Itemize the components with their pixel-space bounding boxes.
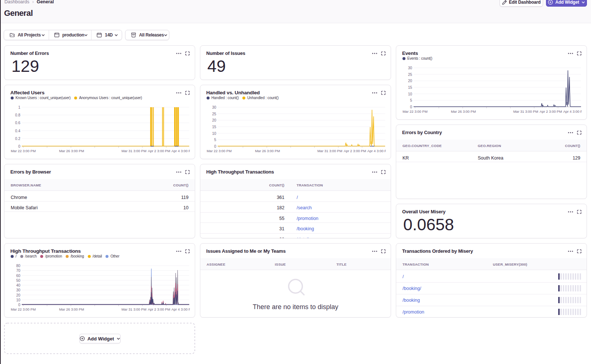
- svg-text:Mar 22 3:00 PM: Mar 22 3:00 PM: [11, 149, 36, 153]
- svg-text:Apr 4 3:00 PM: Apr 4 3:00 PM: [172, 307, 190, 311]
- svg-text:0: 0: [214, 144, 216, 148]
- svg-text:Mar 26 3:00 PM: Mar 26 3:00 PM: [451, 109, 476, 113]
- svg-text:Apr 4 3:00 PM: Apr 4 3:00 PM: [172, 149, 190, 153]
- svg-text:10: 10: [212, 132, 217, 136]
- svg-text:20: 20: [16, 293, 21, 297]
- svg-text:0: 0: [18, 144, 20, 148]
- svg-text:Apr 2 3:00 PM: Apr 2 3:00 PM: [540, 109, 562, 113]
- svg-text:60: 60: [16, 274, 21, 278]
- svg-text:30: 30: [16, 288, 21, 292]
- svg-text:25: 25: [408, 73, 412, 77]
- svg-text:0.6: 0.6: [15, 121, 20, 125]
- svg-text:Mar 26 3:00 PM: Mar 26 3:00 PM: [59, 307, 84, 311]
- svg-text:Apr 4 3:00 PM: Apr 4 3:00 PM: [563, 109, 582, 113]
- svg-text:15: 15: [212, 125, 217, 129]
- svg-text:50: 50: [16, 279, 21, 283]
- svg-text:30: 30: [408, 66, 412, 70]
- svg-text:Mar 22 3:00 PM: Mar 22 3:00 PM: [402, 109, 428, 113]
- svg-text:Mar 26 3:00 PM: Mar 26 3:00 PM: [255, 149, 280, 153]
- svg-text:0.8: 0.8: [15, 113, 20, 117]
- svg-text:Mar 26 3:00 PM: Mar 26 3:00 PM: [59, 149, 84, 153]
- svg-text:Mar 31 3:00 PM: Mar 31 3:00 PM: [121, 307, 146, 311]
- svg-text:Mar 22 3:00 PM: Mar 22 3:00 PM: [207, 149, 232, 153]
- svg-text:Apr 4 3:00 PM: Apr 4 3:00 PM: [367, 149, 386, 153]
- svg-text:5: 5: [410, 98, 412, 102]
- svg-text:30: 30: [212, 105, 217, 109]
- svg-text:70: 70: [16, 269, 21, 273]
- svg-text:Apr 2 3:00 PM: Apr 2 3:00 PM: [148, 149, 170, 153]
- svg-text:20: 20: [212, 118, 217, 122]
- svg-text:Apr 2 3:00 PM: Apr 2 3:00 PM: [344, 149, 366, 153]
- svg-text:10: 10: [16, 298, 21, 302]
- svg-text:10: 10: [408, 92, 412, 96]
- svg-text:0: 0: [410, 105, 412, 109]
- svg-text:0.4: 0.4: [15, 129, 20, 133]
- svg-text:0: 0: [18, 303, 20, 307]
- svg-text:5: 5: [214, 138, 216, 142]
- svg-text:Mar 22 3:00 PM: Mar 22 3:00 PM: [11, 307, 36, 311]
- svg-text:20: 20: [408, 79, 412, 83]
- svg-text:80: 80: [16, 264, 21, 268]
- svg-text:0.2: 0.2: [15, 137, 20, 141]
- svg-text:15: 15: [408, 85, 412, 90]
- svg-text:Mar 31 3:00 PM: Mar 31 3:00 PM: [121, 149, 146, 153]
- svg-text:Mar 31 3:00 PM: Mar 31 3:00 PM: [317, 149, 342, 153]
- svg-text:Apr 2 3:00 PM: Apr 2 3:00 PM: [148, 307, 170, 311]
- svg-text:40: 40: [16, 283, 21, 287]
- svg-text:1: 1: [18, 105, 20, 109]
- svg-text:Mar 31 3:00 PM: Mar 31 3:00 PM: [513, 109, 538, 113]
- svg-text:25: 25: [212, 112, 217, 116]
